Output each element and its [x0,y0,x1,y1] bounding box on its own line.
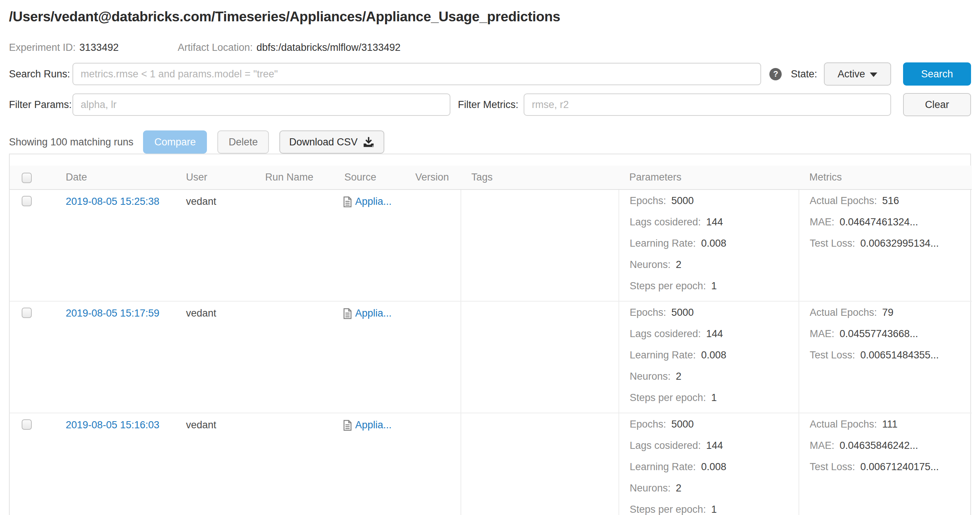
filter-row: Filter Params: Filter Metrics: Clear [9,93,971,116]
metric-label: MAE: [810,216,834,228]
delete-button[interactable]: Delete [217,131,269,154]
param-value: 1 [711,280,717,292]
search-runs-label: Search Runs: [9,69,72,80]
state-dropdown[interactable]: Active [824,62,891,86]
col-header-metrics: Metrics [799,166,972,190]
param-value: 2 [676,483,682,494]
version-cell [405,190,461,301]
param-item: Steps per epoch:1 [630,279,799,292]
metrics-cell: Actual Epochs:79 MAE:0.04557743668... Te… [799,301,972,413]
experiment-meta: Experiment ID: 3133492 Artifact Location… [9,42,971,53]
param-item: Epochs:5000 [630,418,799,430]
metric-label: Test Loss: [810,461,855,472]
metric-item: MAE:0.04557743668... [810,327,972,340]
tags-cell [461,413,619,515]
table-row: 2019-08-05 15:16:03 vedant [10,413,972,515]
metric-value: 0.04635846242... [840,440,918,451]
run-date-link[interactable]: 2019-08-05 15:16:03 [66,419,159,430]
param-value: 144 [706,328,723,340]
row-checkbox[interactable] [22,419,32,430]
page-title: /Users/vedant@databricks.com/Timeseries/… [9,0,971,25]
metric-value: 0.00671240175... [861,461,939,472]
download-icon [363,136,375,148]
param-value: 2 [676,371,682,382]
run-source-link[interactable]: Applia... [355,308,392,319]
document-icon [343,308,352,319]
download-csv-button[interactable]: Download CSV [279,131,384,154]
metric-item: Test Loss:0.00671240175... [810,461,972,473]
params-cell: Epochs:5000 Lags cosidered:144 Learning … [619,413,799,515]
metric-label: Test Loss: [810,238,855,249]
param-label: Neurons: [630,371,671,382]
param-label: Neurons: [630,483,671,494]
tags-cell [461,190,619,301]
experiment-id-value: 3133492 [80,42,119,53]
clear-button[interactable]: Clear [903,93,971,116]
metric-item: Actual Epochs:111 [810,418,972,430]
metric-label: Actual Epochs: [810,195,877,206]
param-item: Lags cosidered:144 [630,216,799,228]
param-label: Steps per epoch: [630,504,706,515]
param-item: Neurons:2 [630,482,799,494]
metric-item: MAE:0.04635846242... [810,439,972,452]
row-checkbox[interactable] [22,196,32,206]
run-name-cell [255,301,334,413]
help-icon[interactable]: ? [769,68,782,80]
metrics-cell: Actual Epochs:111 MAE:0.04635846242... T… [799,413,972,515]
mlflow-experiment-page: /Users/vedant@databricks.com/Timeseries/… [0,0,980,515]
col-header-parameters: Parameters [619,166,799,190]
search-button[interactable]: Search [903,62,971,86]
param-label: Epochs: [630,307,666,318]
run-source-link[interactable]: Applia... [355,419,392,431]
metric-label: MAE: [810,328,834,340]
metric-item: Test Loss:0.00651484355... [810,349,972,361]
col-header-version: Version [405,166,461,190]
col-header-run-name: Run Name [255,166,334,190]
param-value: 2 [676,259,682,270]
search-runs-input[interactable] [72,63,761,85]
param-item: Neurons:2 [630,370,799,383]
artifact-location-label: Artifact Location: [178,42,253,53]
filter-params-input[interactable] [72,93,450,116]
param-label: Lags cosidered: [630,328,701,340]
param-label: Epochs: [630,419,666,430]
run-source-link[interactable]: Applia... [355,196,392,207]
metric-item: MAE:0.04647461324... [810,216,972,228]
compare-button[interactable]: Compare [143,131,207,154]
params-cell: Epochs:5000 Lags cosidered:144 Learning … [619,301,799,413]
run-user: vedant [186,308,216,319]
param-item: Steps per epoch:1 [630,391,799,404]
param-label: Steps per epoch: [630,280,706,292]
run-user: vedant [186,196,216,207]
filter-metrics-input[interactable] [523,93,891,116]
run-date-link[interactable]: 2019-08-05 15:17:59 [66,308,159,319]
param-item: Steps per epoch:1 [630,503,799,515]
metric-value: 111 [882,419,897,430]
param-item: Epochs:5000 [630,306,799,319]
param-value: 144 [706,216,723,228]
param-label: Neurons: [630,259,671,270]
document-icon [343,196,352,207]
metric-label: MAE: [810,440,834,451]
runs-toolbar: Showing 100 matching runs Compare Delete… [9,131,971,154]
col-header-date: Date [55,166,175,190]
metrics-cell: Actual Epochs:516 MAE:0.04647461324... T… [799,190,972,301]
param-value: 5000 [671,419,694,430]
param-item: Learning Rate:0.008 [630,237,799,250]
metric-value: 0.00632995134... [861,238,939,249]
state-label: State: [791,69,817,80]
filter-metrics-label: Filter Metrics: [458,99,519,111]
params-cell: Epochs:5000 Lags cosidered:144 Learning … [619,190,799,301]
param-label: Learning Rate: [630,461,696,472]
select-all-checkbox[interactable] [22,173,32,183]
metric-value: 0.00651484355... [861,349,939,360]
param-item: Neurons:2 [630,258,799,271]
table-row: 2019-08-05 15:25:38 vedant [10,190,972,301]
metric-value: 0.04647461324... [840,216,918,228]
run-date-link[interactable]: 2019-08-05 15:25:38 [66,196,159,207]
col-header-source: Source [334,166,405,190]
row-checkbox[interactable] [22,308,32,318]
filter-params-label: Filter Params: [9,99,72,111]
param-item: Learning Rate:0.008 [630,349,799,361]
param-value: 144 [706,440,723,451]
